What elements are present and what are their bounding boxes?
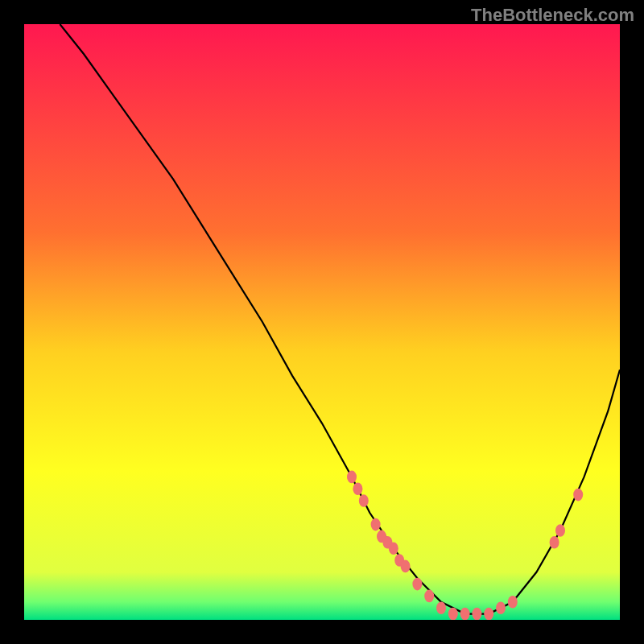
data-marker bbox=[496, 601, 506, 614]
data-marker bbox=[448, 608, 458, 620]
data-marker bbox=[472, 608, 481, 620]
watermark-text: TheBottleneck.com bbox=[471, 5, 634, 26]
data-marker bbox=[401, 560, 411, 573]
data-marker bbox=[412, 578, 422, 591]
data-marker bbox=[347, 471, 357, 484]
plot-area bbox=[24, 24, 620, 620]
data-marker bbox=[389, 542, 398, 555]
data-marker bbox=[460, 608, 470, 620]
data-marker bbox=[484, 608, 493, 620]
data-marker bbox=[550, 536, 559, 549]
data-marker bbox=[359, 494, 369, 507]
data-marker bbox=[353, 482, 362, 495]
data-marker bbox=[436, 601, 446, 614]
chart-svg bbox=[24, 24, 620, 620]
data-marker bbox=[371, 518, 381, 531]
data-marker bbox=[424, 590, 434, 603]
data-marker bbox=[508, 596, 518, 609]
gradient-background bbox=[24, 24, 620, 620]
data-marker bbox=[555, 524, 565, 537]
data-marker bbox=[573, 489, 583, 502]
